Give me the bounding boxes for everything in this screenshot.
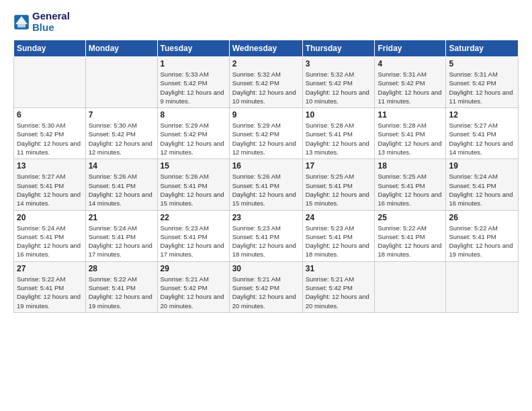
day-info: Sunrise: 5:26 AM Sunset: 5:41 PM Dayligh… <box>89 172 154 208</box>
calendar-cell: 23Sunrise: 5:23 AM Sunset: 5:41 PM Dayli… <box>229 210 302 261</box>
day-info: Sunrise: 5:22 AM Sunset: 5:41 PM Dayligh… <box>378 224 443 259</box>
calendar-cell: 7Sunrise: 5:30 AM Sunset: 5:42 PM Daylig… <box>85 108 157 159</box>
day-number: 2 <box>232 59 300 68</box>
calendar-cell: 21Sunrise: 5:24 AM Sunset: 5:41 PM Dayli… <box>85 210 157 261</box>
day-number: 9 <box>232 110 300 120</box>
day-header-tuesday: Tuesday <box>157 40 229 57</box>
day-info: Sunrise: 5:21 AM Sunset: 5:42 PM Dayligh… <box>232 275 300 310</box>
day-number: 25 <box>378 213 443 222</box>
day-info: Sunrise: 5:22 AM Sunset: 5:41 PM Dayligh… <box>89 275 154 310</box>
day-info: Sunrise: 5:23 AM Sunset: 5:41 PM Dayligh… <box>161 224 226 259</box>
day-info: Sunrise: 5:31 AM Sunset: 5:42 PM Dayligh… <box>449 70 515 105</box>
calendar-cell: 22Sunrise: 5:23 AM Sunset: 5:41 PM Dayli… <box>157 210 229 261</box>
calendar-week-4: 20Sunrise: 5:24 AM Sunset: 5:41 PM Dayli… <box>14 210 519 261</box>
calendar-cell: 13Sunrise: 5:27 AM Sunset: 5:41 PM Dayli… <box>14 159 86 210</box>
day-info: Sunrise: 5:21 AM Sunset: 5:42 PM Dayligh… <box>161 275 226 310</box>
calendar-cell: 29Sunrise: 5:21 AM Sunset: 5:42 PM Dayli… <box>157 261 229 312</box>
calendar-cell: 30Sunrise: 5:21 AM Sunset: 5:42 PM Dayli… <box>229 261 302 312</box>
calendar-week-2: 6Sunrise: 5:30 AM Sunset: 5:42 PM Daylig… <box>14 108 519 159</box>
calendar-cell: 14Sunrise: 5:26 AM Sunset: 5:41 PM Dayli… <box>85 159 157 210</box>
day-header-thursday: Thursday <box>302 40 375 57</box>
day-number: 24 <box>306 213 372 222</box>
calendar-cell <box>375 261 446 312</box>
day-number: 18 <box>378 161 443 171</box>
calendar-cell: 31Sunrise: 5:21 AM Sunset: 5:42 PM Dayli… <box>302 261 375 312</box>
calendar-cell: 5Sunrise: 5:31 AM Sunset: 5:42 PM Daylig… <box>446 57 519 108</box>
header: General Blue <box>13 11 519 33</box>
day-number: 27 <box>17 264 83 273</box>
day-number: 12 <box>449 110 515 120</box>
svg-rect-2 <box>17 24 26 28</box>
day-info: Sunrise: 5:23 AM Sunset: 5:41 PM Dayligh… <box>232 224 300 259</box>
day-info: Sunrise: 5:25 AM Sunset: 5:41 PM Dayligh… <box>378 172 443 208</box>
day-info: Sunrise: 5:30 AM Sunset: 5:42 PM Dayligh… <box>17 121 83 156</box>
day-number: 30 <box>232 264 300 273</box>
day-number: 16 <box>232 161 300 171</box>
day-info: Sunrise: 5:22 AM Sunset: 5:41 PM Dayligh… <box>17 275 83 310</box>
day-number: 21 <box>89 213 154 222</box>
calendar-cell: 20Sunrise: 5:24 AM Sunset: 5:41 PM Dayli… <box>14 210 86 261</box>
day-info: Sunrise: 5:31 AM Sunset: 5:42 PM Dayligh… <box>378 70 443 105</box>
day-number: 26 <box>449 213 515 222</box>
day-number: 15 <box>161 161 226 171</box>
day-info: Sunrise: 5:24 AM Sunset: 5:41 PM Dayligh… <box>449 172 515 208</box>
calendar-cell: 6Sunrise: 5:30 AM Sunset: 5:42 PM Daylig… <box>14 108 86 159</box>
calendar-cell: 26Sunrise: 5:22 AM Sunset: 5:41 PM Dayli… <box>446 210 519 261</box>
calendar-cell: 16Sunrise: 5:26 AM Sunset: 5:41 PM Dayli… <box>229 159 302 210</box>
day-number: 7 <box>89 110 154 120</box>
day-info: Sunrise: 5:29 AM Sunset: 5:42 PM Dayligh… <box>232 121 300 156</box>
day-number: 28 <box>89 264 154 273</box>
day-info: Sunrise: 5:33 AM Sunset: 5:42 PM Dayligh… <box>161 70 226 105</box>
day-number: 17 <box>306 161 372 171</box>
calendar-cell: 1Sunrise: 5:33 AM Sunset: 5:42 PM Daylig… <box>157 57 229 108</box>
day-info: Sunrise: 5:24 AM Sunset: 5:41 PM Dayligh… <box>89 224 154 259</box>
day-info: Sunrise: 5:23 AM Sunset: 5:41 PM Dayligh… <box>306 224 372 259</box>
day-info: Sunrise: 5:28 AM Sunset: 5:41 PM Dayligh… <box>378 121 443 156</box>
calendar-cell: 19Sunrise: 5:24 AM Sunset: 5:41 PM Dayli… <box>446 159 519 210</box>
logo: General Blue <box>13 11 70 33</box>
day-info: Sunrise: 5:26 AM Sunset: 5:41 PM Dayligh… <box>232 172 300 208</box>
day-info: Sunrise: 5:28 AM Sunset: 5:41 PM Dayligh… <box>306 121 372 156</box>
day-info: Sunrise: 5:24 AM Sunset: 5:41 PM Dayligh… <box>17 224 83 259</box>
calendar-cell: 27Sunrise: 5:22 AM Sunset: 5:41 PM Dayli… <box>14 261 86 312</box>
calendar-cell: 10Sunrise: 5:28 AM Sunset: 5:41 PM Dayli… <box>302 108 375 159</box>
calendar-cell: 28Sunrise: 5:22 AM Sunset: 5:41 PM Dayli… <box>85 261 157 312</box>
day-number: 4 <box>378 59 443 68</box>
calendar: SundayMondayTuesdayWednesdayThursdayFrid… <box>13 40 519 313</box>
day-number: 11 <box>378 110 443 120</box>
calendar-cell: 8Sunrise: 5:29 AM Sunset: 5:42 PM Daylig… <box>157 108 229 159</box>
day-header-sunday: Sunday <box>14 40 86 57</box>
day-info: Sunrise: 5:32 AM Sunset: 5:42 PM Dayligh… <box>306 70 372 105</box>
day-number: 6 <box>17 110 83 120</box>
day-number: 29 <box>161 264 226 273</box>
day-number: 8 <box>161 110 226 120</box>
calendar-week-1: 1Sunrise: 5:33 AM Sunset: 5:42 PM Daylig… <box>14 57 519 108</box>
day-header-saturday: Saturday <box>446 40 519 57</box>
calendar-week-5: 27Sunrise: 5:22 AM Sunset: 5:41 PM Dayli… <box>14 261 519 312</box>
day-info: Sunrise: 5:32 AM Sunset: 5:42 PM Dayligh… <box>232 70 300 105</box>
page: General Blue SundayMondayTuesdayWednesda… <box>0 0 532 411</box>
calendar-cell <box>446 261 519 312</box>
calendar-cell: 9Sunrise: 5:29 AM Sunset: 5:42 PM Daylig… <box>229 108 302 159</box>
day-info: Sunrise: 5:25 AM Sunset: 5:41 PM Dayligh… <box>306 172 372 208</box>
calendar-cell: 25Sunrise: 5:22 AM Sunset: 5:41 PM Dayli… <box>375 210 446 261</box>
day-number: 13 <box>17 161 83 171</box>
day-info: Sunrise: 5:22 AM Sunset: 5:41 PM Dayligh… <box>449 224 515 259</box>
calendar-cell: 3Sunrise: 5:32 AM Sunset: 5:42 PM Daylig… <box>302 57 375 108</box>
day-info: Sunrise: 5:27 AM Sunset: 5:41 PM Dayligh… <box>17 172 83 208</box>
calendar-cell <box>85 57 157 108</box>
logo-text: General Blue <box>32 11 70 33</box>
day-header-friday: Friday <box>375 40 446 57</box>
day-number: 5 <box>449 59 515 68</box>
day-number: 10 <box>306 110 372 120</box>
day-info: Sunrise: 5:26 AM Sunset: 5:41 PM Dayligh… <box>161 172 226 208</box>
calendar-week-3: 13Sunrise: 5:27 AM Sunset: 5:41 PM Dayli… <box>14 159 519 210</box>
day-header-wednesday: Wednesday <box>229 40 302 57</box>
calendar-header-row: SundayMondayTuesdayWednesdayThursdayFrid… <box>14 40 519 57</box>
calendar-cell: 18Sunrise: 5:25 AM Sunset: 5:41 PM Dayli… <box>375 159 446 210</box>
day-number: 20 <box>17 213 83 222</box>
calendar-cell: 15Sunrise: 5:26 AM Sunset: 5:41 PM Dayli… <box>157 159 229 210</box>
day-info: Sunrise: 5:29 AM Sunset: 5:42 PM Dayligh… <box>161 121 226 156</box>
calendar-cell: 2Sunrise: 5:32 AM Sunset: 5:42 PM Daylig… <box>229 57 302 108</box>
day-info: Sunrise: 5:27 AM Sunset: 5:41 PM Dayligh… <box>449 121 515 156</box>
